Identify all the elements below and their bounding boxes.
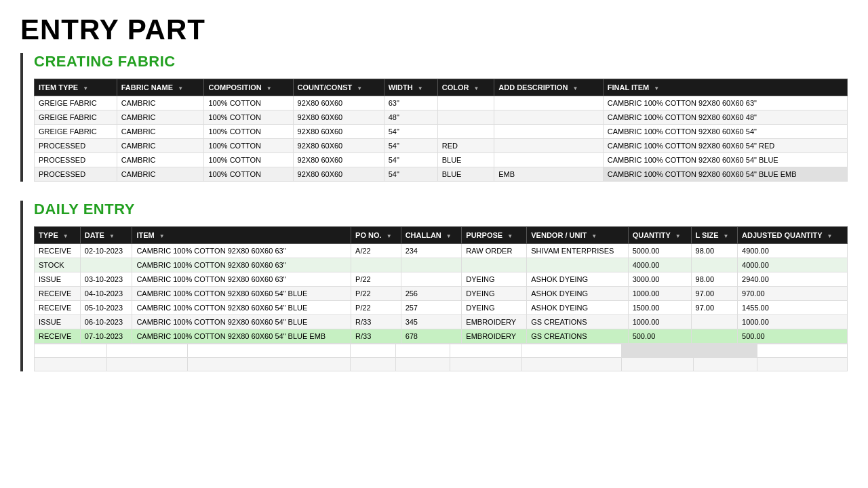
filter-icon-count[interactable]: ▼ (357, 85, 362, 92)
daily-cell-lsize (691, 329, 738, 344)
daily-cell-vendor: GS CREATIONS (527, 315, 628, 329)
fabric-col-color[interactable]: COLOR ▼ (437, 79, 494, 96)
daily-cell-adj_qty: 1000.00 (738, 315, 848, 329)
daily-cell-adj_qty: 4000.00 (738, 258, 848, 272)
fabric-cell: CAMBRIC (117, 110, 204, 125)
daily-col-po[interactable]: PO NO. ▼ (351, 227, 401, 244)
fabric-cell: CAMBRIC 100% COTTON 92X80 60X60 48" (603, 110, 847, 125)
filter-icon-date[interactable]: ▼ (109, 233, 115, 239)
empty-row-1 (35, 344, 848, 358)
daily-cell-purpose: DYEING (462, 272, 527, 287)
daily-table-row: RECEIVE02-10-2023CAMBRIC 100% COTTON 92X… (35, 244, 848, 258)
filter-icon-qty[interactable]: ▼ (675, 233, 681, 239)
fabric-cell: 100% COTTON (204, 96, 293, 110)
page-title-container: ENTRY PART (20, 14, 848, 46)
daily-cell-date (80, 258, 132, 272)
daily-cell-purpose: DYEING (462, 301, 527, 315)
daily-cell-purpose: EMBROIDERY (462, 329, 527, 344)
daily-cell-lsize: 97.00 (691, 301, 738, 315)
fabric-cell: 54" (384, 153, 437, 167)
daily-cell-vendor: SHIVAM ENTERPRISES (527, 244, 628, 258)
filter-icon-po[interactable]: ▼ (387, 233, 392, 239)
filter-icon-challan[interactable]: ▼ (446, 233, 452, 239)
daily-col-purpose[interactable]: PURPOSE ▼ (462, 227, 527, 244)
daily-col-vendor[interactable]: VENDOR / UNIT ▼ (527, 227, 628, 244)
fabric-cell (494, 110, 604, 125)
daily-col-item[interactable]: ITEM ▼ (132, 227, 351, 244)
fabric-cell: 100% COTTON (204, 153, 293, 167)
daily-cell-type: RECEIVE (35, 329, 81, 344)
fabric-cell: 100% COTTON (204, 125, 293, 139)
daily-col-lsize[interactable]: L SIZE ▼ (691, 227, 738, 244)
daily-cell-lsize (691, 315, 738, 329)
fabric-cell: 100% COTTON (204, 167, 293, 182)
daily-cell-qty: 3000.00 (628, 272, 691, 287)
fabric-cell: CAMBRIC 100% COTTON 92X80 60X60 54" (603, 125, 847, 139)
daily-col-adj-qty[interactable]: ADJUSTED QUANTITY ▼ (738, 227, 848, 244)
filter-icon-purpose[interactable]: ▼ (507, 233, 513, 239)
daily-cell-qty: 5000.00 (628, 244, 691, 258)
filter-icon-type[interactable]: ▼ (63, 233, 68, 239)
filter-icon-lsize[interactable]: ▼ (724, 233, 729, 239)
daily-cell-date: 03-10-2023 (80, 272, 132, 287)
filter-icon-width[interactable]: ▼ (418, 85, 423, 92)
fabric-col-composition[interactable]: COMPOSITION ▼ (204, 79, 293, 96)
filter-icon-color[interactable]: ▼ (473, 85, 479, 92)
fabric-cell: CAMBRIC (117, 167, 204, 182)
filter-icon-final-item[interactable]: ▼ (654, 85, 659, 92)
daily-table-row: RECEIVE05-10-2023CAMBRIC 100% COTTON 92X… (35, 301, 848, 315)
fabric-col-width[interactable]: WIDTH ▼ (384, 79, 437, 96)
daily-cell-lsize: 97.00 (691, 287, 738, 301)
daily-cell-challan: 678 (401, 329, 462, 344)
fabric-col-fabric-name[interactable]: FABRIC NAME ▼ (117, 79, 204, 96)
daily-table: TYPE ▼ DATE ▼ ITEM ▼ PO NO. ▼ CHALLAN ▼ … (34, 226, 848, 344)
fabric-col-final-item[interactable]: FINAL ITEM ▼ (603, 79, 847, 96)
fabric-table-header-row: ITEM TYPE ▼ FABRIC NAME ▼ COMPOSITION ▼ … (35, 79, 848, 96)
filter-icon-composition[interactable]: ▼ (267, 85, 272, 92)
fabric-cell: CAMBRIC 100% COTTON 92X80 60X60 54" BLUE (603, 153, 847, 167)
filter-icon-vendor[interactable]: ▼ (591, 233, 597, 239)
daily-table-row: ISSUE06-10-2023CAMBRIC 100% COTTON 92X80… (35, 315, 848, 329)
fabric-cell: RED (437, 139, 494, 153)
daily-col-qty[interactable]: QUANTITY ▼ (628, 227, 691, 244)
fabric-col-item-type[interactable]: ITEM TYPE ▼ (35, 79, 117, 96)
daily-cell-vendor (527, 258, 628, 272)
daily-cell-challan: 257 (401, 301, 462, 315)
filter-icon-fabric-name[interactable]: ▼ (178, 85, 183, 92)
fabric-cell: CAMBRIC (117, 125, 204, 139)
filter-icon-adj-qty[interactable]: ▼ (827, 233, 833, 239)
fabric-cell: 92X80 60X60 (293, 139, 384, 153)
fabric-table-row: PROCESSEDCAMBRIC100% COTTON92X80 60X6054… (35, 139, 848, 153)
fabric-table-row: GREIGE FABRICCAMBRIC100% COTTON92X80 60X… (35, 96, 848, 110)
daily-col-type[interactable]: TYPE ▼ (35, 227, 81, 244)
daily-cell-po: R/33 (351, 315, 401, 329)
fabric-cell: 100% COTTON (204, 110, 293, 125)
daily-cell-type: RECEIVE (35, 287, 81, 301)
fabric-cell: BLUE (437, 167, 494, 182)
filter-icon-add-desc[interactable]: ▼ (572, 85, 578, 92)
daily-cell-lsize (691, 258, 738, 272)
daily-cell-item: CAMBRIC 100% COTTON 92X80 60X60 63" (132, 258, 351, 272)
fabric-col-count[interactable]: COUNT/CONST ▼ (293, 79, 384, 96)
daily-col-date[interactable]: DATE ▼ (80, 227, 132, 244)
daily-cell-purpose: DYEING (462, 287, 527, 301)
daily-cell-type: ISSUE (35, 315, 81, 329)
fabric-cell: CAMBRIC (117, 139, 204, 153)
daily-cell-qty: 1000.00 (628, 315, 691, 329)
filter-icon-item[interactable]: ▼ (159, 233, 165, 239)
fabric-col-add-desc[interactable]: ADD DESCRIPTION ▼ (494, 79, 604, 96)
daily-cell-challan: 256 (401, 287, 462, 301)
daily-cell-challan: 345 (401, 315, 462, 329)
daily-cell-type: RECEIVE (35, 301, 81, 315)
daily-cell-challan: 234 (401, 244, 462, 258)
fabric-cell: CAMBRIC 100% COTTON 92X80 60X60 63" (603, 96, 847, 110)
daily-cell-item: CAMBRIC 100% COTTON 92X80 60X60 63" (132, 272, 351, 287)
filter-icon-item-type[interactable]: ▼ (83, 85, 88, 92)
fabric-cell (437, 110, 494, 125)
daily-cell-item: CAMBRIC 100% COTTON 92X80 60X60 54" BLUE (132, 315, 351, 329)
fabric-table-row: GREIGE FABRICCAMBRIC100% COTTON92X80 60X… (35, 110, 848, 125)
daily-cell-date: 06-10-2023 (80, 315, 132, 329)
fabric-cell (437, 96, 494, 110)
daily-col-challan[interactable]: CHALLAN ▼ (401, 227, 462, 244)
daily-cell-po (351, 258, 401, 272)
